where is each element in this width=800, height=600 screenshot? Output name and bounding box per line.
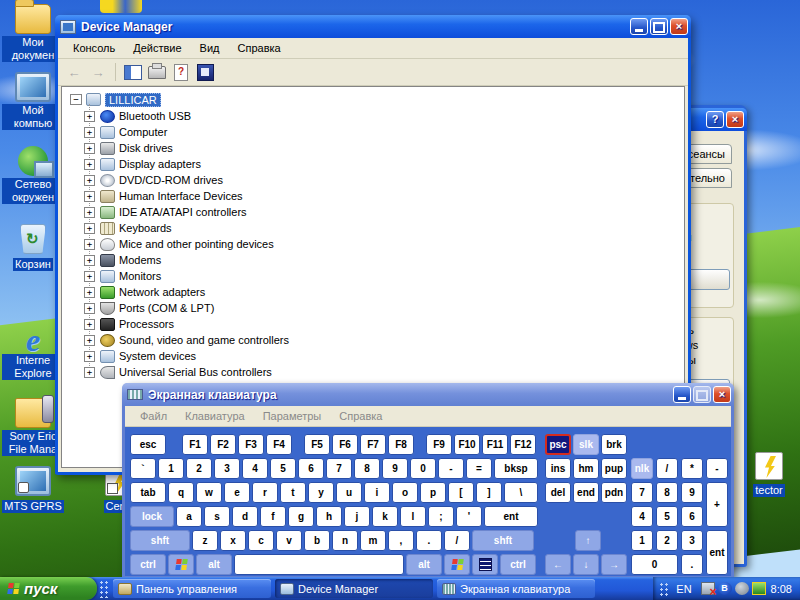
dm-menu-0[interactable]: Консоль — [64, 40, 124, 56]
expand-icon[interactable]: + — [84, 351, 95, 362]
w-key[interactable]: w — [196, 482, 222, 503]
alt-key[interactable]: alt — [196, 554, 232, 575]
tree-root[interactable]: − LILLICAR — [70, 91, 684, 108]
e-key[interactable]: e — [224, 482, 250, 503]
/-key[interactable]: / — [444, 530, 470, 551]
F3-key[interactable]: F3 — [238, 434, 264, 455]
=-key[interactable]: = — [466, 458, 492, 479]
taskbar-button-1[interactable]: Device Manager — [275, 579, 433, 598]
back-icon[interactable]: ← — [64, 63, 84, 81]
8-key[interactable]: 8 — [354, 458, 380, 479]
F10-key[interactable]: F10 — [454, 434, 480, 455]
expand-icon[interactable]: + — [84, 271, 95, 282]
u-key[interactable]: u — [336, 482, 362, 503]
i-key[interactable]: i — [364, 482, 390, 503]
dm-menu-1[interactable]: Действие — [124, 40, 190, 56]
close-button[interactable]: × — [713, 386, 731, 403]
tree-item-bluetooth[interactable]: +Bluetooth USB — [84, 108, 684, 124]
shft-key[interactable]: shft — [472, 530, 534, 551]
,-key[interactable]: , — [388, 530, 414, 551]
l-key[interactable]: l — [400, 506, 426, 527]
numpad-9-key[interactable]: 9 — [681, 482, 703, 503]
p-key[interactable]: p — [420, 482, 446, 503]
4-key[interactable]: 4 — [242, 458, 268, 479]
hm-key[interactable]: hm — [573, 458, 599, 479]
c-key[interactable]: c — [248, 530, 274, 551]
esc-key[interactable]: esc — [130, 434, 166, 455]
2-key[interactable]: 2 — [186, 458, 212, 479]
expand-icon[interactable]: + — [84, 335, 95, 346]
]-key[interactable]: ] — [476, 482, 502, 503]
F12-key[interactable]: F12 — [510, 434, 536, 455]
ent-key[interactable]: ent — [484, 506, 538, 527]
del-key[interactable]: del — [545, 482, 571, 503]
expand-icon[interactable]: + — [84, 319, 95, 330]
minimize-button[interactable] — [630, 18, 648, 35]
5-key[interactable]: 5 — [270, 458, 296, 479]
kb-menu-0[interactable]: Файл — [131, 408, 176, 424]
brk-key[interactable]: brk — [601, 434, 627, 455]
start-button[interactable]: пуск — [0, 577, 97, 600]
tree-item-dvd[interactable]: +DVD/CD-ROM drives — [84, 172, 684, 188]
expand-icon[interactable]: + — [84, 255, 95, 266]
0-key[interactable]: 0 — [410, 458, 436, 479]
tree-item-ports[interactable]: +Ports (COM & LPT) — [84, 300, 684, 316]
tree-item-keyboard[interactable]: +Keyboards — [84, 220, 684, 236]
tree-item-computer[interactable]: +Computer — [84, 124, 684, 140]
F4-key[interactable]: F4 — [266, 434, 292, 455]
numpad-2-key[interactable]: 2 — [656, 530, 678, 551]
F9-key[interactable]: F9 — [426, 434, 452, 455]
numpad-3-key[interactable]: 3 — [681, 530, 703, 551]
numpad-7-key[interactable]: 7 — [631, 482, 653, 503]
F11-key[interactable]: F11 — [482, 434, 508, 455]
v-key[interactable]: v — [276, 530, 302, 551]
kb-menu-1[interactable]: Клавиатура — [176, 408, 254, 424]
F1-key[interactable]: F1 — [182, 434, 208, 455]
t-key[interactable]: t — [280, 482, 306, 503]
tree-item-disk[interactable]: +Disk drives — [84, 140, 684, 156]
win-key[interactable] — [168, 554, 194, 575]
numpad-.-key[interactable]: . — [681, 554, 703, 575]
numpad-8-key[interactable]: 8 — [656, 482, 678, 503]
b-key[interactable]: b — [304, 530, 330, 551]
device-manager-titlebar[interactable]: Device Manager × — [55, 15, 691, 38]
space-key[interactable] — [234, 554, 404, 575]
expand-icon[interactable]: + — [84, 367, 95, 378]
g-key[interactable]: g — [288, 506, 314, 527]
expand-icon[interactable]: + — [84, 127, 95, 138]
bluetooth-icon[interactable]: B — [718, 582, 732, 595]
network-activity-icon[interactable] — [752, 582, 766, 595]
numpad-1-key[interactable]: 1 — [631, 530, 653, 551]
ctrl-key[interactable]: ctrl — [130, 554, 166, 575]
expand-icon[interactable]: + — [84, 207, 95, 218]
alt-key[interactable]: alt — [406, 554, 442, 575]
expand-icon[interactable]: + — [84, 303, 95, 314]
z-key[interactable]: z — [192, 530, 218, 551]
quick-launch-grip[interactable] — [99, 580, 109, 598]
numpad-6-key[interactable]: 6 — [681, 506, 703, 527]
kb-menu-2[interactable]: Параметры — [254, 408, 331, 424]
taskbar-button-2[interactable]: Экранная клавиатура — [437, 579, 595, 598]
slk-key[interactable]: slk — [573, 434, 599, 455]
network-offline-icon[interactable] — [701, 582, 715, 595]
tree-item-usb[interactable]: +Universal Serial Bus controllers — [84, 364, 684, 380]
a-key[interactable]: a — [176, 506, 202, 527]
'-key[interactable]: ' — [456, 506, 482, 527]
taskbar-button-0[interactable]: Панель управления — [113, 579, 271, 598]
close-button[interactable]: × — [670, 18, 688, 35]
bksp-key[interactable]: bksp — [494, 458, 538, 479]
tree-item-system[interactable]: +System devices — [84, 348, 684, 364]
s-key[interactable]: s — [204, 506, 230, 527]
dm-menu-2[interactable]: Вид — [191, 40, 229, 56]
expand-icon[interactable]: + — [84, 287, 95, 298]
F7-key[interactable]: F7 — [360, 434, 386, 455]
expand-icon[interactable]: + — [84, 111, 95, 122]
expand-icon[interactable]: + — [84, 143, 95, 154]
F6-key[interactable]: F6 — [332, 434, 358, 455]
tree-item-network[interactable]: +Network adapters — [84, 284, 684, 300]
k-key[interactable]: k — [372, 506, 398, 527]
numpad-+-key[interactable]: + — [706, 482, 728, 527]
numpad-/-key[interactable]: / — [656, 458, 678, 479]
9-key[interactable]: 9 — [382, 458, 408, 479]
maximize-button[interactable] — [650, 18, 668, 35]
